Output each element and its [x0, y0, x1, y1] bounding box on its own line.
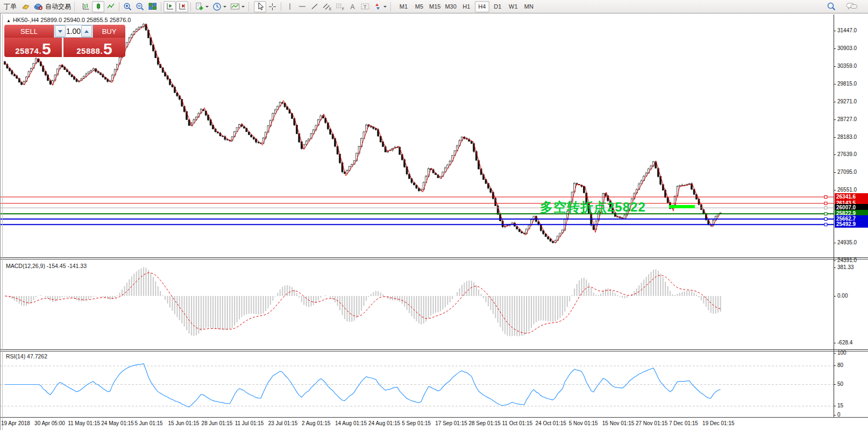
- template-icon: [230, 2, 240, 11]
- timeframe-m5[interactable]: M5: [412, 1, 426, 12]
- rsi-tick-label: 80: [837, 362, 843, 368]
- arrow-down-icon: [58, 30, 62, 35]
- periods-button[interactable]: [211, 1, 229, 12]
- price-line-badge[interactable]: 25492.9: [835, 221, 868, 228]
- chart-title-text: HK50-,H4 25899.0 25940.0 25855.5 25876.0: [13, 17, 131, 23]
- time-axis-label: 11 Jul 01:15: [235, 420, 264, 426]
- rsi-tick-mark: [834, 415, 836, 415]
- price-tick-mark: [834, 154, 836, 155]
- price-tick-label: 27639.0: [837, 151, 857, 157]
- timeframe-d1[interactable]: D1: [490, 1, 505, 12]
- pane-separator[interactable]: [0, 349, 868, 350]
- bar-chart-icon: [82, 2, 90, 11]
- trendline-button[interactable]: [308, 1, 321, 12]
- sell-price: 25874.: [15, 46, 41, 55]
- timeframe-h4[interactable]: H4: [475, 1, 489, 12]
- buy-price-block[interactable]: 25888.5: [63, 38, 125, 57]
- price-tick-mark: [834, 31, 836, 31]
- text-letter: A: [351, 3, 355, 11]
- toolbar-grip: [74, 2, 77, 11]
- price-tick-mark: [834, 66, 836, 67]
- channel-button[interactable]: E: [321, 1, 333, 12]
- fibonacci-button[interactable]: F: [333, 1, 346, 12]
- sell-button[interactable]: SELL: [4, 25, 54, 38]
- volume-value[interactable]: 1.00: [66, 27, 81, 36]
- pane-separator[interactable]: [0, 351, 868, 351]
- pane-separator[interactable]: [0, 259, 868, 259]
- chart-title: ▲HK50-,H4 25899.0 25940.0 25855.5 25876.…: [6, 17, 131, 23]
- price-tick-mark: [834, 102, 836, 102]
- fibo-letter: F: [342, 7, 344, 11]
- macd-pane[interactable]: [0, 259, 834, 349]
- tile-windows-button[interactable]: [146, 1, 159, 12]
- equidistant-channel-icon: E: [322, 2, 332, 11]
- new-order-icon: [195, 2, 204, 11]
- zoom-in-button[interactable]: [122, 1, 134, 12]
- toolbar-separator: [190, 2, 191, 11]
- horizontal-line-button[interactable]: [296, 1, 308, 12]
- cursor-icon: [256, 2, 265, 11]
- search-icon: [827, 2, 836, 11]
- template-button[interactable]: [229, 1, 247, 12]
- macd-tick-label: 0.00: [837, 293, 848, 299]
- chart-collapse-icon[interactable]: ▲: [6, 18, 11, 23]
- line-chart-button[interactable]: [104, 1, 117, 12]
- bar-chart-button[interactable]: [80, 1, 92, 12]
- price-tick-mark: [834, 172, 836, 173]
- annotation-text: 多空转折点25822: [540, 199, 646, 216]
- crosshair-button[interactable]: [266, 1, 279, 12]
- autotrading-button[interactable]: 自动交易: [32, 1, 73, 12]
- new-order-button[interactable]: [193, 1, 211, 12]
- macd-tick-label: -628.4: [837, 340, 852, 346]
- volume-decrease-button[interactable]: [55, 25, 66, 37]
- arrow-up-icon: [84, 28, 89, 33]
- zoom-in-icon: [123, 2, 132, 11]
- time-axis-label: 15 Jun 01:15: [168, 420, 200, 426]
- sell-price-block[interactable]: 25874.5: [4, 38, 62, 57]
- rsi-tick-mark: [834, 384, 836, 385]
- volume-increase-button[interactable]: [81, 25, 92, 37]
- label-button[interactable]: T: [359, 1, 372, 12]
- buy-button[interactable]: BUY: [93, 25, 125, 38]
- tile-windows-icon: [148, 2, 157, 11]
- cursor-button[interactable]: [254, 1, 266, 12]
- toolbar-right-group: [825, 1, 859, 12]
- candlestick-chart-button[interactable]: [92, 1, 104, 12]
- vertical-line-button[interactable]: [283, 1, 296, 12]
- chart-shift-button[interactable]: [176, 1, 188, 12]
- timeframe-w1[interactable]: W1: [506, 1, 521, 12]
- time-axis-label: 30 Apr 05:00: [34, 420, 65, 426]
- autoscroll-button[interactable]: [163, 1, 176, 12]
- chat-button[interactable]: [844, 1, 859, 12]
- arrows-button[interactable]: [372, 1, 389, 12]
- macd-label: MACD(12,26,9) -154.45 -141.33: [6, 263, 87, 269]
- timeframe-m15[interactable]: M15: [428, 1, 442, 12]
- timeframe-m1[interactable]: M1: [396, 1, 411, 12]
- pane-separator[interactable]: [0, 257, 868, 258]
- text-label-icon: T: [360, 2, 370, 11]
- rsi-pane[interactable]: [0, 351, 834, 417]
- dropdown-caret-icon: [223, 6, 226, 9]
- timeframe-mn[interactable]: MN: [522, 1, 536, 12]
- autotrading-hat-icon: [34, 2, 43, 11]
- timeframe-h1[interactable]: H1: [459, 1, 474, 12]
- order-button[interactable]: 丁单: [1, 1, 19, 12]
- timeframe-m30[interactable]: M30: [443, 1, 458, 12]
- time-axis-label: 17 Sep 01:15: [435, 420, 467, 426]
- search-button[interactable]: [825, 1, 838, 12]
- macd-tick-label: 381.33: [837, 264, 854, 270]
- time-axis-label: 11 Oct 01:15: [502, 420, 533, 426]
- text-button[interactable]: A: [346, 1, 359, 12]
- one-click-trading-panel: SELL 1.00 BUY 25874.5 25888.5: [4, 25, 125, 57]
- time-axis-label: 11 May 01:15: [68, 420, 100, 426]
- rsi-label: RSI(14) 47.7262: [6, 353, 47, 359]
- zoom-out-button[interactable]: [134, 1, 146, 12]
- vertical-line-icon: [286, 2, 294, 11]
- autoscroll-icon: [166, 2, 174, 11]
- text-icon: A: [348, 2, 357, 11]
- journal-icon[interactable]: [19, 1, 32, 12]
- toolbar: 丁单 自动交易: [0, 0, 868, 13]
- zoom-out-icon: [136, 2, 145, 11]
- fibonacci-icon: F: [335, 2, 345, 11]
- candlestick-icon: [94, 2, 103, 11]
